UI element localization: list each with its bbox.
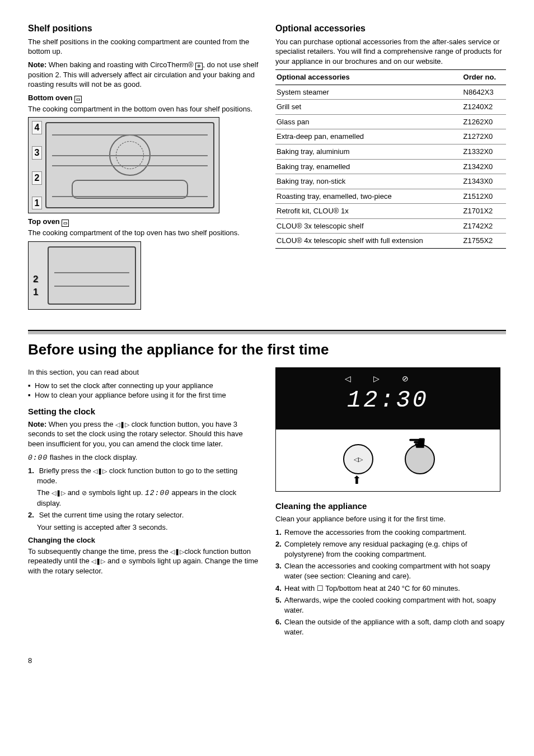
section-divider <box>28 330 506 334</box>
figure-clock-display: ◁▷⊘ 12:30 ◁▷ ⬆ ☚ <box>275 367 500 492</box>
optional-accessories-intro: You can purchase optional accessories fr… <box>275 37 506 67</box>
table-row: Baking tray, enamelledZ1342X0 <box>275 159 506 174</box>
figure-top-oven: 2 1 <box>28 241 141 310</box>
table-row: Roasting tray, enamelled, two-pieceZ1512… <box>275 189 506 204</box>
clock-arrows-icon: ◁❚▷ <box>170 548 184 556</box>
clock-button-graphic: ◁▷ <box>343 444 373 474</box>
setting-clock-heading: Setting the clock <box>28 406 259 417</box>
arrow-up-icon: ⬆ <box>352 473 362 488</box>
th-order-no: Order no. <box>462 70 506 85</box>
oven-icon: ▭ <box>74 96 82 103</box>
step-2: Set the current time using the rotary se… <box>37 510 259 532</box>
lcd-time: 12:30 <box>347 385 429 417</box>
clock-arrows-icon: ◁❚▷ <box>91 557 105 566</box>
top-oven-text: The cooking compartment of the top oven … <box>28 228 259 238</box>
changing-clock-text: To subsequently change the time, press t… <box>28 547 259 576</box>
step-1: Briefly press the ◁❚▷ clock function but… <box>37 466 259 508</box>
table-row: System steamerN8642X3 <box>275 85 506 100</box>
list-item: Clean the accessories and cooking compar… <box>284 561 506 581</box>
list-item: Afterwards, wipe the cooled cooking comp… <box>284 595 506 615</box>
timer-icon: ⊘ <box>82 489 87 497</box>
list-item: How to set the clock after connecting up… <box>35 381 259 391</box>
list-item: How to clean your appliance before using… <box>35 390 259 400</box>
shelf-note: Note: When baking and roasting with Circ… <box>28 60 259 90</box>
table-row: Glass panZ1262X0 <box>275 114 506 129</box>
table-row: Baking tray, aluminiumZ1332X0 <box>275 144 506 159</box>
table-row: Grill setZ1240X2 <box>275 100 506 115</box>
changing-clock-subhead: Changing the clock <box>28 535 259 545</box>
table-row: Extra-deep pan, enamelledZ1272X0 <box>275 129 506 144</box>
cleaning-intro: Clean your appliance before using it for… <box>275 514 506 524</box>
shelf-intro: The shelf positions in the cooking compa… <box>28 37 259 57</box>
hand-icon: ☚ <box>407 429 427 458</box>
accessories-table: Optional accessories Order no. System st… <box>275 69 506 249</box>
clock-arrows-icon: ◁▷ <box>345 374 402 383</box>
table-row: CLOU® 3x telescopic shelfZ1742X2 <box>275 218 506 234</box>
before-using-heading: Before using the appliance for the first… <box>28 340 506 360</box>
oven-icon: ▭ <box>62 220 69 227</box>
list-item: Completely remove any residual packaging… <box>284 539 506 559</box>
th-accessory: Optional accessories <box>275 70 462 85</box>
clock-arrows-icon: ◁❚▷ <box>115 421 129 429</box>
list-item: Remove the accessories from the cooking … <box>284 528 506 538</box>
figure-bottom-oven: 4 3 2 1 <box>28 117 219 213</box>
bottom-oven-subhead: Bottom oven ▭ <box>28 93 259 103</box>
optional-accessories-heading: Optional accessories <box>275 22 506 35</box>
list-item: Heat with ☐ Top/bottom heat at 240 °C fo… <box>284 584 506 594</box>
top-oven-subhead: Top oven ▭ <box>28 217 259 227</box>
cleaning-heading: Cleaning the appliance <box>275 501 506 512</box>
fan-icon: ✻ <box>195 63 203 70</box>
list-item: Clean the outside of the appliance with … <box>284 617 506 637</box>
timer-icon: ⊘ <box>402 374 431 383</box>
shelf-positions-heading: Shelf positions <box>28 22 259 35</box>
bottom-oven-text: The cooking compartment in the bottom ov… <box>28 104 259 114</box>
flash-line: 0:00 flashes in the clock display. <box>28 452 259 463</box>
clock-arrows-icon: ◁❚▷ <box>51 489 65 497</box>
clock-note: Note: When you press the ◁❚▷ clock funct… <box>28 419 259 449</box>
section2-intro: In this section, you can read about <box>28 367 259 377</box>
table-row: CLOU® 4x telescopic shelf with full exte… <box>275 234 506 249</box>
page-number: 8 <box>28 656 506 666</box>
clock-arrows-icon: ◁❚▷ <box>93 467 107 475</box>
table-row: Retrofit kit, CLOU® 1xZ1701X2 <box>275 204 506 219</box>
table-row: Baking tray, non-stickZ1343X0 <box>275 174 506 189</box>
